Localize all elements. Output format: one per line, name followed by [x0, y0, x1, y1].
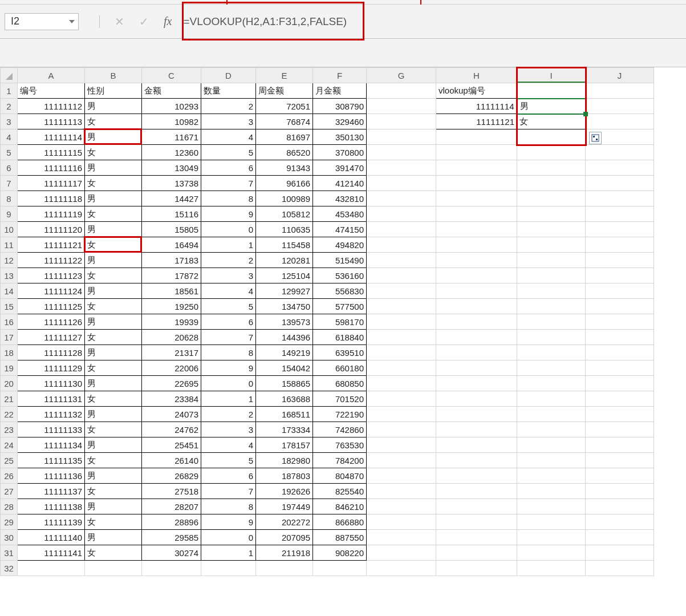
cell-G14[interactable]	[367, 283, 436, 299]
cell-C22[interactable]: 24073	[142, 407, 201, 422]
cell-D21[interactable]: 1	[201, 391, 256, 407]
cell-F8[interactable]: 432810	[313, 191, 367, 206]
cell-C26[interactable]: 26829	[142, 468, 201, 484]
cell-E8[interactable]: 100989	[256, 191, 313, 206]
cell-B16[interactable]: 男	[85, 314, 142, 330]
cell-A20[interactable]: 11111130	[18, 376, 85, 391]
cell-J1[interactable]	[586, 83, 654, 99]
cell-J16[interactable]	[586, 314, 654, 330]
cell-I20[interactable]	[517, 376, 586, 391]
cell-B8[interactable]: 男	[85, 191, 142, 206]
cell-A23[interactable]: 11111133	[18, 422, 85, 437]
cell-C27[interactable]: 27518	[142, 484, 201, 499]
cell-A30[interactable]: 11111140	[18, 530, 85, 545]
cell-D6[interactable]: 6	[201, 160, 256, 176]
cell-D8[interactable]: 8	[201, 191, 256, 206]
col-header-D[interactable]: D	[201, 68, 256, 83]
cell-A27[interactable]: 11111137	[18, 484, 85, 499]
cell-F11[interactable]: 494820	[313, 237, 367, 253]
cell-D10[interactable]: 0	[201, 222, 256, 237]
row-header-32[interactable]: 32	[1, 561, 18, 576]
cell-I6[interactable]	[517, 160, 586, 176]
cell-F29[interactable]: 866880	[313, 514, 367, 530]
cell-I12[interactable]	[517, 253, 586, 268]
cell-G26[interactable]	[367, 468, 436, 484]
cell-A2[interactable]: 11111112	[18, 99, 85, 114]
cell-H28[interactable]	[436, 499, 517, 514]
cell-G5[interactable]	[367, 145, 436, 160]
cell-D11[interactable]: 1	[201, 237, 256, 253]
cell-D12[interactable]: 2	[201, 253, 256, 268]
cell-J24[interactable]	[586, 437, 654, 453]
cell-F25[interactable]: 784200	[313, 453, 367, 468]
row-header-3[interactable]: 3	[1, 114, 18, 129]
row-header-30[interactable]: 30	[1, 530, 18, 545]
cell-H12[interactable]	[436, 253, 517, 268]
cell-G10[interactable]	[367, 222, 436, 237]
cell-E27[interactable]: 192626	[256, 484, 313, 499]
cell-G31[interactable]	[367, 545, 436, 561]
cell-E24[interactable]: 178157	[256, 437, 313, 453]
row-header-24[interactable]: 24	[1, 437, 18, 453]
cell-J11[interactable]	[586, 237, 654, 253]
cell-G22[interactable]	[367, 407, 436, 422]
enter-icon[interactable]: ✓	[139, 15, 149, 29]
cell-G6[interactable]	[367, 160, 436, 176]
col-header-G[interactable]: G	[367, 68, 436, 83]
cell-H21[interactable]	[436, 391, 517, 407]
cell-J15[interactable]	[586, 299, 654, 314]
row-header-8[interactable]: 8	[1, 191, 18, 206]
cell-C28[interactable]: 28207	[142, 499, 201, 514]
cell-C2[interactable]: 10293	[142, 99, 201, 114]
cell-E13[interactable]: 125104	[256, 268, 313, 283]
col-header-A[interactable]: A	[18, 68, 85, 83]
cell-F7[interactable]: 412140	[313, 176, 367, 191]
cell-H23[interactable]	[436, 422, 517, 437]
cell-A18[interactable]: 11111128	[18, 345, 85, 360]
cell-I2[interactable]: 男	[517, 99, 586, 114]
row-header-10[interactable]: 10	[1, 222, 18, 237]
cell-C16[interactable]: 19939	[142, 314, 201, 330]
cell-A16[interactable]: 11111126	[18, 314, 85, 330]
cell-D16[interactable]: 6	[201, 314, 256, 330]
cell-H11[interactable]	[436, 237, 517, 253]
cell-E15[interactable]: 134750	[256, 299, 313, 314]
cell-B5[interactable]: 女	[85, 145, 142, 160]
cell-A24[interactable]: 11111134	[18, 437, 85, 453]
cell-D28[interactable]: 8	[201, 499, 256, 514]
cell-J26[interactable]	[586, 468, 654, 484]
cell-G16[interactable]	[367, 314, 436, 330]
spreadsheet-grid[interactable]: ABCDEFGHIJ1编号性别金额数量周金额月金额vlookup编号211111…	[0, 67, 686, 576]
cell-E12[interactable]: 120281	[256, 253, 313, 268]
cell-G32[interactable]	[367, 561, 436, 576]
cell-J3[interactable]	[586, 114, 654, 129]
cell-I9[interactable]	[517, 206, 586, 222]
cell-B3[interactable]: 女	[85, 114, 142, 129]
cell-D18[interactable]: 8	[201, 345, 256, 360]
cell-C20[interactable]: 22695	[142, 376, 201, 391]
row-header-11[interactable]: 11	[1, 237, 18, 253]
cell-E7[interactable]: 96166	[256, 176, 313, 191]
cell-H17[interactable]	[436, 330, 517, 345]
cell-J23[interactable]	[586, 422, 654, 437]
row-header-7[interactable]: 7	[1, 176, 18, 191]
cell-G30[interactable]	[367, 530, 436, 545]
cell-E17[interactable]: 144396	[256, 330, 313, 345]
cell-B6[interactable]: 男	[85, 160, 142, 176]
cell-D29[interactable]: 9	[201, 514, 256, 530]
cell-E28[interactable]: 197449	[256, 499, 313, 514]
row-header-27[interactable]: 27	[1, 484, 18, 499]
cell-G8[interactable]	[367, 191, 436, 206]
cell-G2[interactable]	[367, 99, 436, 114]
cell-A9[interactable]: 11111119	[18, 206, 85, 222]
cell-C23[interactable]: 24762	[142, 422, 201, 437]
row-header-1[interactable]: 1	[1, 83, 18, 99]
cell-I27[interactable]	[517, 484, 586, 499]
row-header-9[interactable]: 9	[1, 206, 18, 222]
cell-H20[interactable]	[436, 376, 517, 391]
cell-B20[interactable]: 男	[85, 376, 142, 391]
cell-B10[interactable]: 男	[85, 222, 142, 237]
cell-H10[interactable]	[436, 222, 517, 237]
cell-F1[interactable]: 月金额	[313, 83, 367, 99]
cell-B24[interactable]: 男	[85, 437, 142, 453]
